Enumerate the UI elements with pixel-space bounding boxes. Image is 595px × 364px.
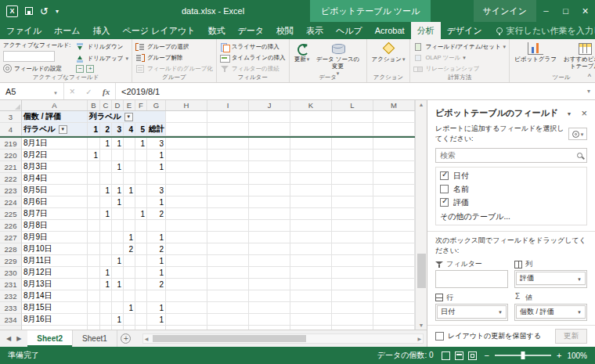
cell-value[interactable] xyxy=(112,302,124,314)
cell-value[interactable] xyxy=(135,243,147,255)
cell-empty[interactable] xyxy=(373,173,415,185)
cell-empty[interactable] xyxy=(166,302,207,314)
cell-empty[interactable] xyxy=(290,279,332,290)
cell-total[interactable] xyxy=(147,220,166,232)
cell-empty[interactable] xyxy=(290,208,332,220)
cell-value[interactable] xyxy=(100,302,112,314)
cell-empty[interactable] xyxy=(332,185,373,196)
cell-date[interactable]: 8月9日 xyxy=(22,232,88,243)
column-header-k[interactable]: K xyxy=(290,100,332,110)
cell-total[interactable]: 3 xyxy=(147,138,166,150)
cell-empty[interactable] xyxy=(166,267,207,279)
defer-layout-checkbox[interactable] xyxy=(435,332,444,341)
cell-empty[interactable] xyxy=(249,123,290,136)
cell-date[interactable]: 8月2日 xyxy=(22,150,88,161)
cell-empty[interactable] xyxy=(290,290,332,302)
cell-empty[interactable] xyxy=(373,255,415,267)
cell-empty[interactable] xyxy=(249,267,290,279)
cell-empty[interactable] xyxy=(332,290,373,302)
excel-app-icon[interactable] xyxy=(6,5,18,17)
field-search-box[interactable] xyxy=(435,148,587,163)
tab-formulas[interactable]: 数式 xyxy=(201,22,231,39)
cell-empty[interactable] xyxy=(166,196,207,208)
tab-home[interactable]: ホーム xyxy=(48,22,87,39)
cell-date[interactable]: 8月6日 xyxy=(22,196,88,208)
field-item-rating[interactable]: 評価 xyxy=(440,196,582,209)
customize-qat-icon[interactable] xyxy=(56,8,59,15)
cell-value[interactable] xyxy=(112,173,124,185)
cell-date[interactable]: 8月7日 xyxy=(22,208,88,220)
area-field-item[interactable]: 日付 xyxy=(437,305,507,319)
select-all-corner[interactable] xyxy=(0,100,22,110)
cell-value[interactable]: 1 xyxy=(135,208,147,220)
cell-value[interactable]: 1 xyxy=(100,138,112,150)
cell-value[interactable] xyxy=(88,290,100,302)
row-number[interactable]: 226 xyxy=(0,220,22,232)
cell-value[interactable] xyxy=(100,161,112,173)
cell-date[interactable]: 8月16日 xyxy=(22,314,88,326)
cell-value[interactable] xyxy=(135,185,147,196)
cell-empty[interactable] xyxy=(207,161,249,173)
cell-empty[interactable] xyxy=(332,279,373,290)
vertical-scroll-thumb[interactable] xyxy=(417,254,426,288)
cell-empty[interactable] xyxy=(166,290,207,302)
recommended-pivot-button[interactable]: おすすめピボットテーブル xyxy=(560,41,595,70)
tab-acrobat[interactable]: Acrobat xyxy=(369,22,411,39)
cell-total[interactable]: 1 xyxy=(147,161,166,173)
new-sheet-button[interactable] xyxy=(117,330,135,347)
cell-value[interactable]: 1 xyxy=(112,185,124,196)
sheet-tab-sheet1[interactable]: Sheet1 xyxy=(73,330,117,347)
filter-connections-button[interactable]: フィルターの接続 xyxy=(220,63,286,74)
cell-value[interactable] xyxy=(112,267,124,279)
olap-tools-button[interactable]: OLAP ツール xyxy=(413,52,506,63)
column-header-g[interactable]: G xyxy=(147,100,166,110)
maximize-button[interactable] xyxy=(556,0,575,22)
cell-empty[interactable] xyxy=(373,290,415,302)
cell-value[interactable] xyxy=(100,255,112,267)
tab-design[interactable]: デザイン xyxy=(441,22,489,39)
cell-value[interactable] xyxy=(135,220,147,232)
zoom-out-button[interactable] xyxy=(485,351,489,360)
cell-empty[interactable] xyxy=(166,279,207,290)
cell-value[interactable]: 2 xyxy=(124,243,135,255)
cell-value[interactable] xyxy=(88,279,100,290)
cell-value[interactable] xyxy=(124,173,135,185)
row-number[interactable]: 233 xyxy=(0,302,22,314)
cell-empty[interactable] xyxy=(166,150,207,161)
cell-value[interactable] xyxy=(135,279,147,290)
column-labels-filter-button[interactable] xyxy=(124,113,133,121)
tab-analyze[interactable]: 分析 xyxy=(411,22,441,39)
cell-empty[interactable] xyxy=(290,267,332,279)
cell-value[interactable] xyxy=(135,150,147,161)
pivot-chart-button[interactable]: ピボットグラフ xyxy=(513,41,558,63)
cell-value[interactable] xyxy=(112,208,124,220)
minimize-button[interactable] xyxy=(536,0,556,22)
cell-value[interactable] xyxy=(100,173,112,185)
field-item-name[interactable]: 名前 xyxy=(440,182,582,196)
row-number[interactable]: 3 xyxy=(0,111,22,123)
cell-empty[interactable] xyxy=(290,161,332,173)
cell-total[interactable]: 1 xyxy=(147,255,166,267)
field-item-date[interactable]: 日付 xyxy=(440,169,582,182)
row-number[interactable]: 224 xyxy=(0,196,22,208)
cell-value[interactable] xyxy=(100,196,112,208)
formula-input[interactable]: <2019/8/1 xyxy=(116,83,582,99)
cell-value[interactable] xyxy=(124,208,135,220)
actions-button[interactable]: アクション xyxy=(370,41,407,63)
cell-empty[interactable] xyxy=(332,161,373,173)
cell-total[interactable] xyxy=(147,290,166,302)
area-box-values[interactable]: 個数 / 評価 xyxy=(514,304,587,322)
update-button[interactable]: 更新 xyxy=(555,329,587,344)
cell-value[interactable] xyxy=(112,243,124,255)
cell-empty[interactable] xyxy=(290,185,332,196)
cell-date[interactable]: 8月15日 xyxy=(22,302,88,314)
vertical-scrollbar[interactable] xyxy=(415,100,427,330)
change-data-source-button[interactable]: データ ソースの変更 xyxy=(313,41,363,77)
cell-empty[interactable] xyxy=(332,196,373,208)
cell-value[interactable] xyxy=(124,161,135,173)
cell-empty[interactable] xyxy=(332,267,373,279)
cell-total[interactable]: 2 xyxy=(147,208,166,220)
close-button[interactable] xyxy=(575,0,595,22)
tab-file[interactable]: ファイル xyxy=(0,22,48,39)
cell-empty[interactable] xyxy=(207,123,249,136)
